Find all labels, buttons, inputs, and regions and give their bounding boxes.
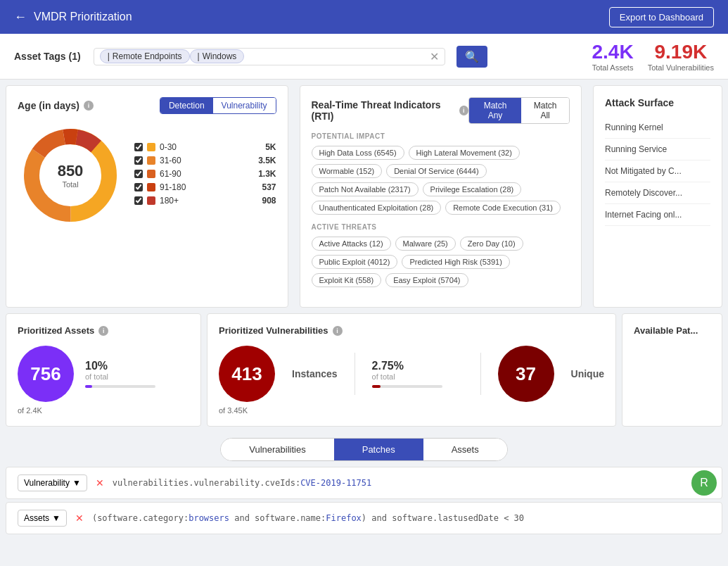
attack-item-running-kernel[interactable]: Running Kernel xyxy=(605,117,710,139)
tag-search-input[interactable] xyxy=(244,49,429,65)
main-content: Age (in days) i Detection Vulnerability xyxy=(0,80,728,313)
tab-vulnerabilities[interactable]: Vulnerabilities xyxy=(221,439,333,460)
attack-surface-title: Attack Surface xyxy=(605,97,710,108)
filter-value-assets: (software.category:browsers and software… xyxy=(92,513,524,523)
search-button[interactable]: 🔍 xyxy=(456,46,487,68)
chip-easy-exploit[interactable]: Easy Exploit (5704) xyxy=(385,273,468,287)
search-area: | Remote Endpoints | Windows ✕ xyxy=(94,48,445,65)
chip-malware[interactable]: Malware (25) xyxy=(395,237,456,251)
tag-windows[interactable]: | Windows xyxy=(190,49,245,63)
chip-active-attacks[interactable]: Active Attacks (12) xyxy=(312,237,391,251)
donut-chart: 850 Total xyxy=(18,122,123,228)
legend-checkbox-0-30[interactable] xyxy=(134,143,143,151)
legend-dot-31-60 xyxy=(147,156,155,165)
potential-impact-chips: High Data Loss (6545) High Lateral Movem… xyxy=(312,146,570,215)
assets-circle: 756 xyxy=(18,346,74,402)
legend-checkbox-61-90[interactable] xyxy=(134,170,143,178)
prioritized-assets-title: Prioritized Assets i xyxy=(18,325,189,336)
prioritized-assets-panel: Prioritized Assets i 756 10% of total of… xyxy=(6,313,201,427)
match-all-button[interactable]: Match All xyxy=(521,98,569,123)
legend-dot-180plus xyxy=(147,196,155,205)
age-panel-title: Age (in days) i xyxy=(18,100,94,111)
rti-info-icon[interactable]: i xyxy=(459,106,468,115)
export-dashboard-button[interactable]: Export to Dashboard xyxy=(609,7,714,27)
legend-dot-0-30 xyxy=(147,143,155,151)
legend-dot-61-90 xyxy=(147,170,155,178)
floating-action-button[interactable]: R xyxy=(691,470,717,496)
chip-high-lateral[interactable]: High Lateral Movement (32) xyxy=(409,146,520,160)
age-panel: Age (in days) i Detection Vulnerability xyxy=(6,85,288,308)
instances-progress-bar xyxy=(372,385,442,388)
donut-legend: 0-30 5K 31-60 3.5K 61-90 1.3K xyxy=(134,142,276,209)
detection-toggle[interactable]: Detection xyxy=(160,98,213,113)
pa-info-icon[interactable]: i xyxy=(98,326,108,336)
age-toggle-group: Detection Vulnerability xyxy=(160,97,276,114)
vulnerability-toggle[interactable]: Vulnerability xyxy=(213,98,276,113)
attack-item-remotely-discover[interactable]: Remotely Discover... xyxy=(605,182,710,204)
filter-row-assets: Assets ▼ ✕ (software.category:browsers a… xyxy=(6,502,722,534)
tab-assets[interactable]: Assets xyxy=(423,439,507,460)
total-vulns-stat: 9.19K Total Vulnerabilities xyxy=(648,41,714,72)
total-assets-stat: 2.4K Total Assets xyxy=(592,41,633,72)
donut-area: 850 Total 0-30 5K 31-60 3.5K xyxy=(18,122,276,228)
donut-total: 850 Total xyxy=(58,162,84,189)
instances-circle: 413 xyxy=(219,346,275,402)
tag-remote-endpoints[interactable]: | Remote Endpoints xyxy=(100,49,190,63)
app-header: ← VMDR Prioritization Export to Dashboar… xyxy=(0,0,728,34)
filter-clear-assets[interactable]: ✕ xyxy=(75,512,84,524)
back-button[interactable]: ← xyxy=(14,10,27,25)
chip-wormable[interactable]: Wormable (152) xyxy=(312,164,383,178)
chip-predicted-high-risk[interactable]: Predicted High Risk (5391) xyxy=(402,255,509,269)
tag-label: Remote Endpoints xyxy=(113,51,182,61)
attack-item-not-mitigated[interactable]: Not Mitigated by C... xyxy=(605,161,710,182)
pv-info-icon[interactable]: i xyxy=(333,326,343,336)
prioritized-assets-stat-row: 756 10% of total xyxy=(18,346,189,402)
rti-header: Real-Time Threat Indicators (RTI) i Matc… xyxy=(312,97,570,124)
rti-title: Real-Time Threat Indicators (RTI) i xyxy=(312,99,468,122)
attack-surface-panel: Attack Surface Running Kernel Running Se… xyxy=(593,85,722,308)
legend-checkbox-180plus[interactable] xyxy=(134,196,143,205)
chip-denial-of-service[interactable]: Denial Of Service (6444) xyxy=(386,164,486,178)
legend-checkbox-91-180[interactable] xyxy=(134,183,143,191)
bottom-row: Prioritized Assets i 756 10% of total of… xyxy=(0,313,728,432)
chip-unauthenticated[interactable]: Unauthenticated Exploitation (28) xyxy=(312,201,442,215)
clear-search-button[interactable]: ✕ xyxy=(430,50,439,63)
assets-progress-fill xyxy=(85,385,92,388)
filter-clear-vulnerability[interactable]: ✕ xyxy=(96,477,104,489)
unique-circle: 37 xyxy=(498,346,554,402)
filter-type-assets[interactable]: Assets ▼ xyxy=(18,510,67,527)
page-title: VMDR Prioritization xyxy=(34,11,132,23)
rti-panel: Real-Time Threat Indicators (RTI) i Matc… xyxy=(300,85,582,308)
active-threats-chips: Active Attacks (12) Malware (25) Zero Da… xyxy=(312,237,570,287)
total-vulns-label: Total Vulnerabilities xyxy=(648,63,714,72)
tab-patches[interactable]: Patches xyxy=(334,439,423,460)
legend-checkbox-31-60[interactable] xyxy=(134,156,143,165)
asset-tags-title: Asset Tags (1) xyxy=(14,51,81,62)
chip-patch-not-available[interactable]: Patch Not Available (2317) xyxy=(312,182,419,196)
age-info-icon[interactable]: i xyxy=(84,101,94,111)
asset-stats: 2.4K Total Assets 9.19K Total Vulnerabil… xyxy=(592,41,714,72)
match-toggle-group: Match Any Match All xyxy=(468,97,570,124)
match-any-button[interactable]: Match Any xyxy=(469,98,521,123)
active-threats-label: ACTIVE THREATS xyxy=(312,223,570,231)
asset-tags-bar: Asset Tags (1) | Remote Endpoints | Wind… xyxy=(0,34,728,80)
prioritized-vulns-panel: Prioritized Vulnerabilities i 413 Instan… xyxy=(207,313,616,427)
vulns-of-value: of 3.45K xyxy=(219,406,604,415)
available-patches-panel: Available Pat... xyxy=(622,313,722,427)
chip-remote-code[interactable]: Remote Code Execution (31) xyxy=(445,201,561,215)
chip-privilege-escalation[interactable]: Privilege Escalation (28) xyxy=(423,182,522,196)
chip-public-exploit[interactable]: Public Exploit (4012) xyxy=(312,255,398,269)
chip-zero-day[interactable]: Zero Day (10) xyxy=(460,237,523,251)
chip-exploit-kit[interactable]: Exploit Kit (558) xyxy=(312,273,382,287)
total-assets-label: Total Assets xyxy=(592,63,633,72)
legend-row-31-60: 31-60 3.5K xyxy=(134,156,276,165)
attack-item-internet-facing[interactable]: Internet Facing onl... xyxy=(605,204,710,226)
total-assets-value: 2.4K xyxy=(592,41,633,63)
legend-row-0-30: 0-30 5K xyxy=(134,142,276,152)
filter-type-vulnerability[interactable]: Vulnerability ▼ xyxy=(18,474,87,491)
tabs-row: Vulnerabilities Patches Assets xyxy=(0,432,728,467)
attack-item-running-service[interactable]: Running Service xyxy=(605,139,710,161)
legend-dot-91-180 xyxy=(147,183,155,191)
chip-high-data-loss[interactable]: High Data Loss (6545) xyxy=(312,146,404,160)
tab-container: Vulnerabilities Patches Assets xyxy=(220,438,507,461)
